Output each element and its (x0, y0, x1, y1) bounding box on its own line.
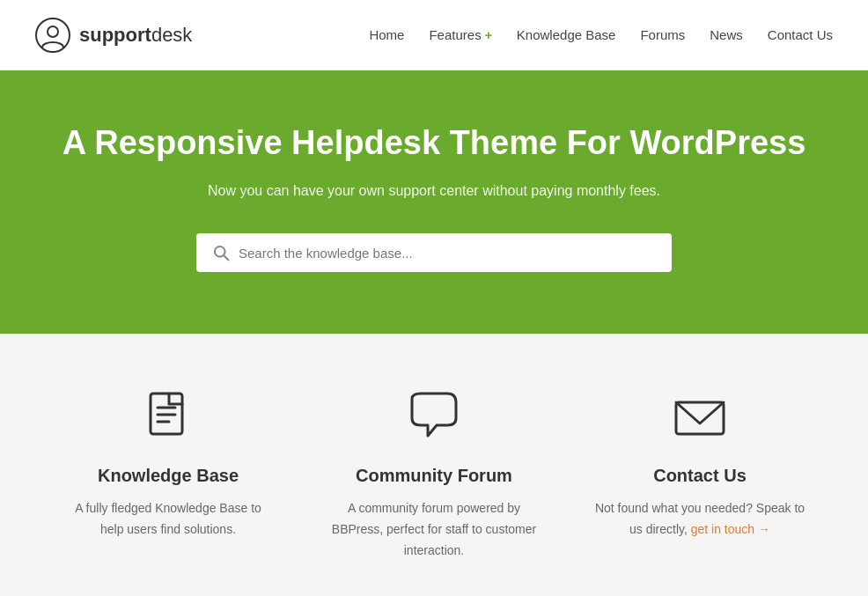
contact-us-icon (593, 386, 806, 448)
hero-section: A Responsive Helpdesk Theme For WordPres… (0, 70, 868, 334)
hero-heading: A Responsive Helpdesk Theme For WordPres… (35, 123, 833, 164)
nav-news[interactable]: News (710, 27, 743, 42)
get-in-touch-link[interactable]: get in touch → (691, 522, 770, 536)
svg-point-0 (36, 18, 70, 52)
nav-home[interactable]: Home (369, 27, 404, 42)
feature-contact-us: Contact Us Not found what you needed? Sp… (567, 386, 833, 561)
feature-contact-us-desc: Not found what you needed? Speak to us d… (593, 498, 806, 541)
feature-contact-us-title: Contact Us (593, 466, 806, 486)
feature-community-forum-desc: A community forum powered by BBPress, pe… (327, 498, 541, 561)
nav-contact-us[interactable]: Contact Us (768, 27, 833, 42)
community-forum-icon (327, 386, 541, 448)
site-header: supportdesk Home Features + Knowledge Ba… (0, 0, 868, 70)
feature-knowledge-base: Knowledge Base A fully fledged Knowledge… (35, 386, 301, 561)
knowledge-base-icon (62, 386, 275, 448)
logo-text: supportdesk (79, 24, 192, 47)
feature-community-forum-title: Community Forum (327, 466, 541, 486)
feature-community-forum: Community Forum A community forum powere… (301, 386, 567, 561)
main-nav: Home Features + Knowledge Base Forums Ne… (369, 27, 833, 42)
search-bar (196, 233, 672, 272)
feature-knowledge-base-desc: A fully fledged Knowledge Base to help u… (62, 498, 275, 541)
nav-forums[interactable]: Forums (640, 27, 685, 42)
svg-line-3 (224, 256, 228, 261)
search-input[interactable] (239, 246, 656, 261)
feature-knowledge-base-title: Knowledge Base (62, 466, 275, 486)
logo[interactable]: supportdesk (35, 18, 192, 53)
features-section: Knowledge Base A fully fledged Knowledge… (0, 334, 868, 596)
search-icon (212, 244, 230, 261)
logo-icon (35, 18, 70, 53)
nav-features[interactable]: Features + (429, 27, 491, 42)
hero-subheading: Now you can have your own support center… (35, 180, 833, 202)
svg-point-1 (48, 26, 58, 37)
nav-knowledge-base[interactable]: Knowledge Base (517, 27, 616, 42)
